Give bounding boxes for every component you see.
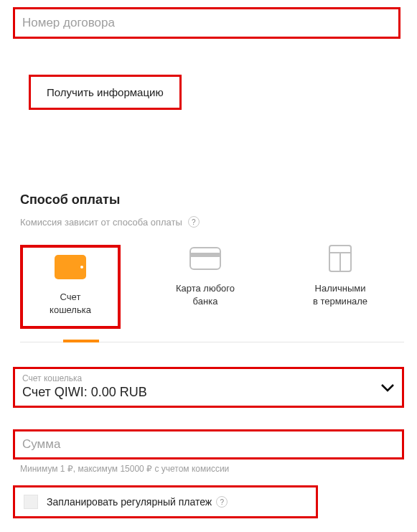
method-wallet[interactable]: Счет кошелька xyxy=(20,245,121,329)
method-card[interactable]: Карта любого банка xyxy=(155,245,256,307)
wallet-icon xyxy=(55,253,86,281)
sum-hint: Минимум 1 ₽, максимум 15000 ₽ с учетом к… xyxy=(20,464,404,474)
contract-number-placeholder: Номер договора xyxy=(22,16,115,30)
sum-placeholder: Сумма xyxy=(22,437,60,452)
help-icon[interactable]: ? xyxy=(216,496,228,508)
sum-input[interactable]: Сумма xyxy=(13,429,404,459)
method-wallet-label: Счет кошелька xyxy=(50,291,91,316)
method-cash[interactable]: Наличными в терминале xyxy=(290,245,390,307)
payment-method-title: Способ оплаты xyxy=(20,192,404,207)
selected-tab-indicator xyxy=(63,340,99,342)
svg-rect-4 xyxy=(190,253,220,257)
schedule-label: Запланировать регулярный платеж xyxy=(47,496,212,508)
card-icon xyxy=(189,245,221,272)
chevron-down-icon xyxy=(380,378,395,396)
get-info-label: Получить информацию xyxy=(47,86,164,98)
method-cash-label: Наличными в терминале xyxy=(313,282,367,307)
schedule-checkbox[interactable] xyxy=(24,495,38,509)
commission-text: Комиссия зависит от способа оплаты xyxy=(20,217,182,228)
payment-methods: Счет кошелька Карта любого банка Наличн xyxy=(20,245,404,342)
wallet-select-label: Счет кошелька xyxy=(22,373,147,383)
contract-number-input[interactable]: Номер договора xyxy=(13,7,400,39)
get-info-button[interactable]: Получить информацию xyxy=(29,75,182,110)
help-icon[interactable]: ? xyxy=(188,216,200,228)
terminal-icon xyxy=(324,245,356,272)
method-card-label: Карта любого банка xyxy=(176,282,235,307)
svg-rect-3 xyxy=(190,248,220,269)
svg-point-2 xyxy=(80,266,83,269)
schedule-payment-row[interactable]: Запланировать регулярный платеж ? xyxy=(13,485,318,518)
wallet-account-select[interactable]: Счет кошелька Счет QIWI: 0.00 RUB xyxy=(13,367,404,408)
wallet-select-value: Счет QIWI: 0.00 RUB xyxy=(22,385,147,400)
